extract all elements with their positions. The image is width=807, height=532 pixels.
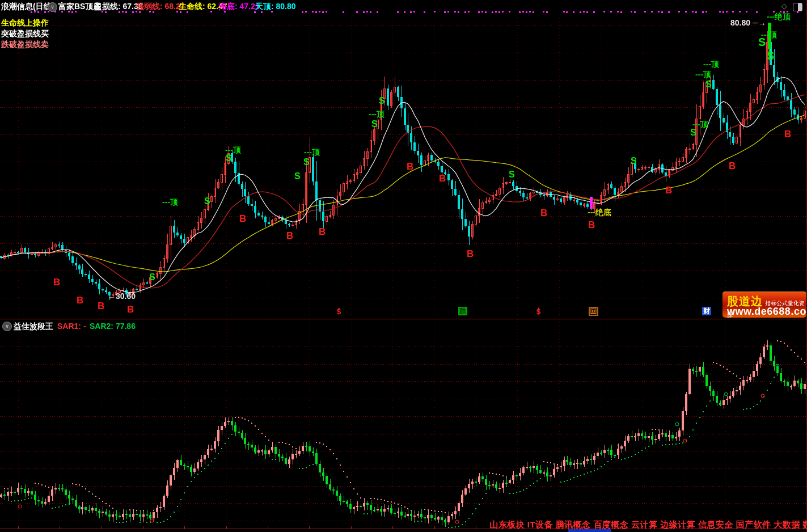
juedi-label: ---绝底 [588,208,611,216]
sell-signal-mark: S [631,157,637,166]
top-signal-label: ---顶 [703,60,719,68]
chevron-down-icon: ∨ [5,323,9,329]
buy-signal-mark: B [729,161,736,171]
event-badge-dollar[interactable]: ▲$ [337,307,341,314]
sell-signal-mark: S [379,96,385,105]
indicator-value-1: 强弱线: 68.27 [136,2,185,10]
sell-signal-mark: S [204,197,210,206]
top-highlight-bar [768,23,771,49]
sell-signal-mark: S [149,273,155,282]
sector-tags[interactable]: 山东板块 IT设备 腾讯概念 百度概念 云计算 边缘计算 信息安全 国产软件 大… [489,520,807,529]
collapse-panel2-icon[interactable]: ∨ [2,322,12,331]
split-window-icon[interactable] [793,3,802,11]
sar1-value: SAR1: - [57,322,86,330]
watermark-logo: 股道边指标公式量化资源 www.de6688.com [723,292,806,318]
bottom-highlight-bar [590,197,593,209]
top-signal-label: ---顶 [695,70,711,78]
selection-strip [568,529,611,532]
chart-canvas[interactable] [0,0,807,532]
sell-signal-mark: S [509,170,515,179]
top-highlight-bar-stem [769,49,770,60]
top-signal-label: ---顶 [225,146,241,154]
event-badge-orange[interactable]: 回 [589,307,598,316]
buy-signal-mark: B [286,231,293,240]
buy-signal-mark: B [665,185,672,195]
buy-signal-mark: B [407,162,413,171]
event-badge-dollar[interactable]: ▲$ [536,307,540,314]
jueding-label: ---绝顶 [767,12,791,20]
buy-signal-mark: B [53,277,60,287]
top-signal-label: ---顶 [304,148,320,156]
sidebar-item-signal-0[interactable]: 生命线上操作 [1,19,50,27]
sar2-value: SAR2: 77.86 [90,322,136,330]
buy-signal-mark: B [784,129,791,139]
event-badge-green[interactable]: 跌 [458,307,467,315]
collapse-panel1-icon[interactable]: ∨ [48,2,57,12]
buy-signal-mark: B [540,208,547,218]
chevron-down-icon: ∨ [50,4,54,10]
indicator-value-3: 海底: 47.21 [219,2,260,10]
buy-signal-mark: B [127,305,134,314]
event-badge-blue[interactable]: 财 [702,307,711,315]
top-signal-label: ---顶 [692,120,708,128]
top-signal-label: ---顶 [162,198,178,206]
sidebar-item-signal-1[interactable]: 突破盈损线买 [1,29,50,37]
panel2-title: 益佳波段王 [14,322,53,330]
buy-signal-mark: B [77,295,83,305]
indicator-value-0: 盈损线: 67.38 [94,2,143,10]
low-price-callout: ←30.60 [108,292,136,300]
buy-signal-mark: B [98,301,104,311]
stock-title: 浪潮信息(日线) [1,2,54,10]
buy-signal-mark: B [467,249,474,259]
indicator-value-4: 天顶: 80.80 [255,2,296,10]
sell-signal-mark: S [758,36,766,48]
sell-signal-mark: S [690,128,696,137]
trading-app-window: 浪潮信息(日线) ∨ 富家BS顶底 盈损线: 67.38强弱线: 68.27生命… [0,0,807,532]
buy-signal-mark: B [588,220,595,230]
sell-signal-mark: S [705,80,712,89]
logo-url: www.de6688.com [727,306,806,318]
sell-signal-mark: S [226,154,232,163]
buy-signal-mark: B [319,227,326,237]
high-price-callout: 80.80 ─→ [730,19,766,27]
sell-signal-mark: S [303,158,310,167]
sell-signal-mark: S [767,50,774,61]
buy-signal-mark: B [439,174,446,183]
buy-signal-mark: B [239,214,246,223]
sell-signal-mark: S [371,120,378,129]
sidebar-item-signal-2[interactable]: 跌破盈损线卖 [1,40,50,48]
top-signal-label: ---顶 [369,110,385,118]
diamond-icon[interactable]: ◇ [781,2,787,10]
sell-signal-mark: S [294,172,301,181]
